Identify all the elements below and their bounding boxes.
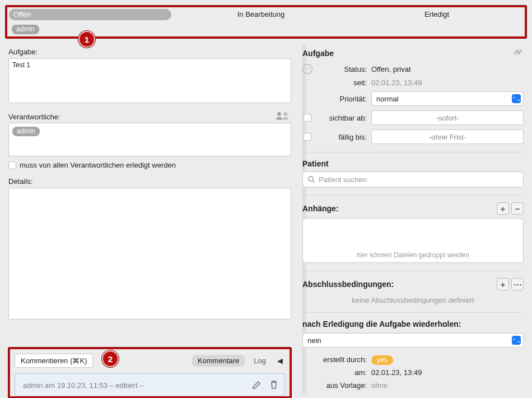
must-all-checkbox[interactable] (8, 161, 16, 169)
section-header-task: Aufgabe (302, 49, 334, 58)
heart-icon[interactable]: ♡ (302, 64, 312, 74)
task-title-value: Test 1 (12, 61, 30, 69)
patient-search-input[interactable]: Patient suchen (302, 172, 524, 187)
condition-more-button[interactable]: ⋯ (511, 278, 524, 290)
attachments-header: Anhänge: (302, 204, 339, 213)
select-caret-icon: ⌃⌄ (512, 94, 521, 103)
status-tabs: Offen In Bearbeitung Erledigt (7, 7, 525, 22)
details-label: Details: (8, 177, 291, 186)
status-tab-open[interactable]: Offen (9, 9, 171, 20)
visible-field[interactable]: -sofort- (371, 110, 524, 125)
dropzone-hint: hier können Dateien gedroppt werden (357, 251, 469, 259)
collapse-arrow-icon[interactable]: ◀ (275, 357, 285, 365)
details-textarea[interactable] (8, 188, 291, 320)
task-title-input[interactable]: Test 1 (8, 58, 291, 103)
conditions-header: Abschlussbedingungen: (302, 280, 394, 289)
createdat-key: am: (312, 368, 371, 377)
status-tab-inprogress[interactable]: In Bearbeitung (173, 7, 349, 22)
svg-point-1 (283, 112, 287, 116)
responsible-box[interactable]: admin (8, 123, 291, 156)
link-icon[interactable] (512, 48, 524, 58)
select-caret-icon: ⌃⌄ (512, 336, 521, 345)
status-value: Offen, privat (371, 65, 524, 73)
status-tab-done[interactable]: Erledigt (349, 7, 525, 22)
tab-log[interactable]: Log (248, 355, 272, 367)
svg-point-2 (309, 177, 313, 181)
people-icon[interactable] (276, 111, 291, 123)
priority-select[interactable]: normal ⌃⌄ (371, 91, 524, 106)
repeat-header: nach Erledigung die Aufgabe wiederholen: (302, 320, 524, 328)
comment-button[interactable]: Kommentieren (⌘K) (15, 354, 93, 368)
visible-key: sichtbar ab: (312, 114, 371, 122)
since-value: 02.01.23, 13:49 (371, 78, 524, 87)
attachment-remove-button[interactable]: − (511, 202, 524, 215)
due-key: fällig bis: (312, 133, 371, 141)
right-column: Aufgabe ♡ Status: Offen, privat seit: 02… (302, 48, 524, 398)
annotation-1: 1 (78, 31, 95, 48)
conditions-empty-text: keine Abschlussbedingungen definiert (302, 296, 524, 304)
createdby-badge: yes (371, 355, 393, 365)
annotation-2: 2 (102, 350, 119, 367)
status-key: Status: (312, 65, 371, 73)
since-key: seit: (312, 78, 371, 87)
comment-entry-text: admin am 19.10.23, 11:53 – editiert – (23, 381, 143, 390)
responsible-label: Verantwortliche: (8, 113, 60, 121)
must-all-label: muss von allen Verantwortlichen erledigt… (20, 161, 176, 169)
user-chip[interactable]: admin (12, 25, 39, 34)
due-field[interactable]: -ohne Frist- (371, 129, 524, 144)
trash-icon[interactable] (269, 380, 279, 391)
createdat-value: 02.01.23, 13:49 (371, 368, 524, 377)
comment-entry[interactable]: admin am 19.10.23, 11:53 – editiert – (15, 373, 285, 396)
edit-icon[interactable] (252, 380, 262, 391)
visible-checkbox[interactable] (304, 114, 311, 122)
template-value: ohne (371, 381, 524, 390)
attachment-add-button[interactable]: + (497, 202, 509, 215)
patient-search-placeholder: Patient suchen (319, 175, 367, 184)
template-key: aus Vorlage: (312, 381, 371, 390)
svg-point-0 (277, 112, 281, 116)
priority-key: Priorität: (312, 95, 371, 103)
repeat-select[interactable]: nein ⌃⌄ (302, 333, 524, 348)
due-checkbox[interactable] (304, 133, 311, 141)
task-label: Aufgabe: (8, 48, 291, 56)
attachment-dropzone[interactable]: hier können Dateien gedroppt werden (302, 218, 524, 263)
left-column: Aufgabe: Test 1 Verantwortliche: admin m… (8, 48, 291, 398)
responsible-chip[interactable]: admin (12, 127, 40, 136)
priority-value: normal (376, 95, 399, 103)
createdby-key: erstellt durch: (312, 355, 371, 364)
comments-frame: Kommentieren (⌘K) Kommentare Log ◀ admin… (8, 348, 291, 398)
repeat-value: nein (307, 336, 321, 345)
search-icon (307, 175, 315, 183)
condition-add-button[interactable]: + (497, 278, 509, 290)
section-header-patient: Patient (302, 159, 329, 168)
svg-line-3 (312, 181, 315, 183)
tab-comments[interactable]: Kommentare (192, 355, 245, 367)
